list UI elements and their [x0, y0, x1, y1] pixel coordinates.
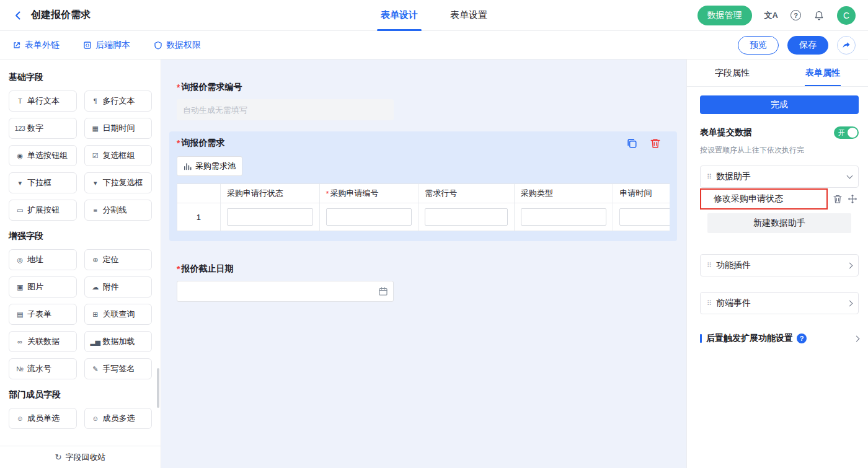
field-item-linked-query[interactable]: ⊞关联查询 [84, 304, 153, 325]
post-trigger-settings[interactable]: 后置触发扩展功能设置 ? [700, 333, 859, 344]
form-external-link[interactable]: 表单外链 [12, 40, 60, 51]
sidebar-scrollbar[interactable] [157, 368, 159, 408]
col-label: 采购申请行状态 [227, 188, 283, 199]
function-plugin-card[interactable]: ⠿ 功能插件 [700, 254, 859, 276]
data-helper-card[interactable]: ⠿ 数据助手 [700, 166, 859, 188]
table-cell [221, 203, 320, 231]
field-quote-deadline[interactable]: * 报价截止日期 [169, 257, 677, 308]
procurement-pool-button[interactable]: 采购需求池 [177, 156, 242, 176]
calendar-icon[interactable] [378, 286, 388, 296]
field-library-sidebar: 基础字段 T单行文本 ¶多行文本 123数字 ▦日期时间 ◉单选按钮组 ☑复选框… [0, 60, 161, 468]
table-cell [418, 203, 515, 231]
field-item-signature[interactable]: ✎手写签名 [84, 358, 153, 379]
share-button[interactable] [837, 36, 856, 55]
field-item-select[interactable]: ▾下拉框 [9, 172, 77, 193]
field-recycle-bin[interactable]: ↻ 字段回收站 [0, 446, 161, 468]
field-item-attachment[interactable]: ☁附件 [84, 276, 153, 298]
copy-field-icon[interactable] [626, 138, 637, 149]
frontend-event-card[interactable]: ⠿ 前端事件 [700, 292, 859, 314]
table-cell-input[interactable] [326, 208, 412, 226]
tab-form-design[interactable]: 表单设计 [381, 0, 418, 31]
done-button[interactable]: 完成 [700, 95, 859, 114]
enhanced-fields-grid: ◎地址 ⊕定位 ▣图片 ☁附件 ▤子表单 ⊞关联查询 ∞关联数据 ▂▅数据加载 … [9, 249, 152, 379]
preview-button[interactable]: 预览 [738, 36, 779, 55]
dropdown-check-icon: ▾ [90, 179, 101, 187]
field-item-checkbox-group[interactable]: ☑复选框组 [84, 145, 153, 166]
field-actions [626, 138, 670, 149]
drag-handle-icon: ⠿ [707, 262, 712, 270]
header-left: 创建报价需求 [12, 9, 91, 22]
field-item-address[interactable]: ◎地址 [9, 249, 77, 270]
tab-field-properties[interactable]: 字段属性 [687, 60, 777, 86]
tab-form-properties[interactable]: 表单属性 [777, 60, 868, 86]
deadline-date-input[interactable] [177, 281, 394, 302]
field-label-text: 报价截止日期 [181, 263, 233, 275]
data-manage-button[interactable]: 数据管理 [698, 6, 752, 25]
checkbox-icon: ☑ [90, 152, 101, 160]
bar-chart-icon: ▂▅ [90, 338, 101, 346]
field-item-extend-button[interactable]: ▭扩展按钮 [9, 200, 77, 221]
submit-data-label: 表单提交数据 [700, 127, 752, 138]
field-label: * 询报价需求编号 [177, 82, 670, 93]
field-item-radio-group[interactable]: ◉单选按钮组 [9, 145, 77, 166]
field-quote-request-number[interactable]: * 询报价需求编号 [169, 76, 677, 126]
chevron-right-icon [854, 335, 860, 342]
app-root: 创建报价需求 表单设计 表单设置 数据管理 文A ? C 表单外链 后端脚本 [0, 0, 868, 468]
tab-field-properties-label: 字段属性 [715, 68, 750, 79]
field-quote-request-selected[interactable]: * 询报价需求 采购需求池 [169, 131, 677, 241]
field-label-text: 询报价需求编号 [181, 82, 242, 93]
tab-form-settings[interactable]: 表单设置 [450, 0, 487, 31]
field-item-number[interactable]: 123数字 [9, 118, 77, 139]
table-cell-input[interactable] [227, 208, 313, 226]
quote-number-input[interactable] [177, 99, 394, 120]
delete-helper-icon[interactable] [833, 194, 843, 204]
member-single-icon: ☺ [14, 415, 25, 422]
col-label: 采购类型 [521, 188, 553, 199]
new-data-helper-button[interactable]: 新建数据助手 [707, 213, 851, 233]
field-item-serial[interactable]: №流水号 [9, 358, 77, 379]
page-title: 创建报价需求 [31, 9, 91, 22]
field-item-image[interactable]: ▣图片 [9, 276, 77, 298]
move-helper-icon[interactable] [848, 194, 857, 204]
back-button[interactable] [12, 10, 24, 21]
table-cell-input[interactable] [521, 208, 607, 226]
backend-script-link[interactable]: 后端脚本 [83, 40, 130, 51]
field-item-member-single[interactable]: ☺成员单选 [9, 408, 77, 429]
submit-data-toggle[interactable]: 开 [834, 126, 859, 139]
date-input-wrap [177, 281, 394, 302]
main-area: 基础字段 T单行文本 ¶多行文本 123数字 ▦日期时间 ◉单选按钮组 ☑复选框… [0, 60, 868, 468]
help-icon[interactable]: ? [790, 10, 801, 20]
field-item-data-load[interactable]: ▂▅数据加载 [84, 331, 153, 352]
delete-field-icon[interactable] [650, 138, 661, 149]
field-item-location[interactable]: ⊕定位 [84, 249, 153, 270]
table-cell-input[interactable] [619, 208, 670, 226]
radio-icon: ◉ [14, 152, 25, 160]
data-helper-item[interactable]: 修改采购申请状态 [700, 188, 828, 210]
backend-script-link-label: 后端脚本 [95, 40, 130, 51]
shield-icon [154, 41, 162, 50]
field-item-member-multi[interactable]: ☺成员多选 [84, 408, 153, 429]
notification-bell-icon[interactable] [813, 10, 825, 21]
field-item-divider[interactable]: ≡分割线 [84, 200, 153, 221]
table-cell-input[interactable] [425, 208, 508, 226]
data-permission-link[interactable]: 数据权限 [154, 40, 201, 51]
serial-number-icon: № [14, 365, 25, 373]
field-item-datetime[interactable]: ▦日期时间 [84, 118, 153, 139]
field-item-label: 日期时间 [103, 123, 135, 134]
save-button[interactable]: 保存 [787, 36, 828, 55]
data-helper-item-row: 修改采购申请状态 [700, 188, 859, 210]
field-item-multi-select[interactable]: ▾下拉复选框 [84, 172, 153, 193]
field-item-linked-data[interactable]: ∞关联数据 [9, 331, 77, 352]
field-item-label: 单行文本 [27, 95, 60, 107]
field-item-label: 成员多选 [103, 413, 135, 424]
field-item-multi-text[interactable]: ¶多行文本 [84, 91, 153, 112]
field-item-subform[interactable]: ▤子表单 [9, 304, 77, 325]
field-label: * 询报价需求 [177, 138, 224, 149]
field-item-single-text[interactable]: T单行文本 [9, 91, 77, 112]
table-col-header: 需求行号 [418, 184, 515, 203]
drag-handle-icon: ⠿ [707, 299, 712, 307]
number-icon: 123 [14, 125, 25, 132]
user-avatar[interactable]: C [837, 6, 856, 25]
translate-icon[interactable]: 文A [764, 10, 778, 21]
table-cell [613, 203, 670, 231]
